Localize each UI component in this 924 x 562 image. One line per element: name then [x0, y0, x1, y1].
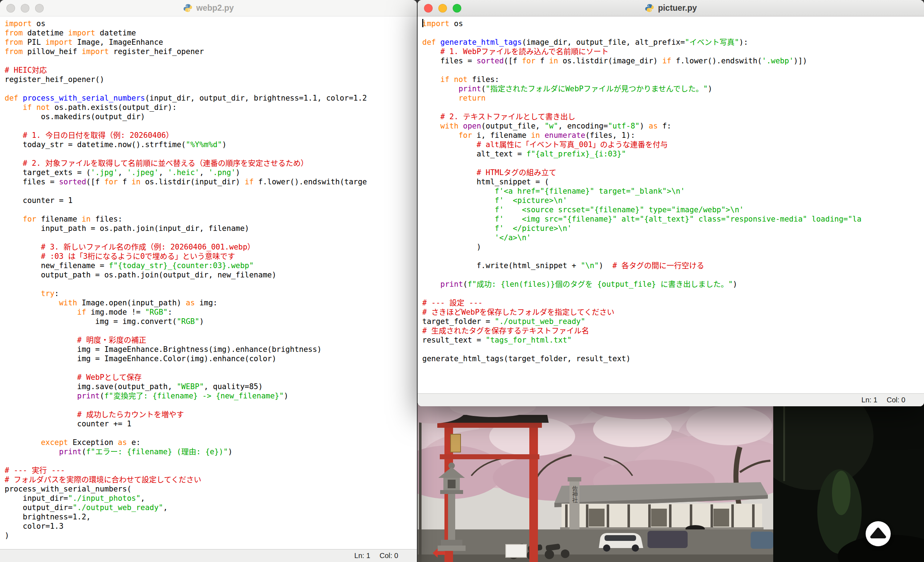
code-line [422, 66, 924, 75]
code-line: # --- 設定 --- [422, 298, 924, 307]
code-line [422, 28, 924, 37]
code-line: # フォルダパスを実際の環境に合わせて設定してください [4, 475, 417, 484]
code-line: # 2. テキストファイルとして書き出し [422, 112, 924, 121]
code-line: if not files: [422, 75, 924, 84]
code-line: try: [4, 289, 417, 298]
code-line: brightness=1.2, [4, 512, 417, 522]
code-line: files = sorted([f for f in os.listdir(in… [4, 177, 417, 186]
minimize-button[interactable] [21, 4, 29, 12]
utility-pole [419, 418, 422, 562]
gate-plaque [450, 434, 460, 452]
column-indicator: Col: 0 [380, 552, 398, 560]
code-line: html_snippet = ( [422, 177, 924, 186]
minimize-button[interactable] [438, 4, 447, 12]
code-line: # 生成されたタグを保存するテキストファイル名 [422, 326, 924, 336]
code-line: output_path = os.path.join(output_dir, n… [4, 270, 417, 280]
code-line: f'<a href="{filename}" target="_blank">\… [422, 186, 924, 196]
code-line: def generate_html_tags(image_dir, output… [422, 37, 924, 47]
code-line [4, 84, 417, 93]
dark-scene [773, 404, 924, 562]
code-line: print(f"成功: {len(files)}個のタグを {output_fi… [422, 280, 924, 289]
red-back-arrow-icon[interactable] [432, 548, 446, 558]
code-line: if img.mode != "RGB": [4, 307, 417, 317]
close-button[interactable] [6, 4, 15, 12]
stone-pillar: 佐神社 [568, 477, 581, 532]
line-indicator: Ln: 1 [861, 396, 877, 404]
code-line: def process_with_serial_numbers(input_di… [4, 93, 417, 103]
code-line: f.write(html_snippet + "\n") # 各タグの間に一行空… [422, 261, 924, 270]
code-line [4, 149, 417, 159]
code-line: target_exts = ('.jpg', '.jpeg', '.heic',… [4, 168, 417, 177]
code-line: img = ImageEnhance.Color(img).enhance(co… [4, 354, 417, 363]
code-line: img = ImageEnhance.Brightness(img).enhan… [4, 345, 417, 354]
window-webp2: webp2.py import osfrom datetime import d… [0, 0, 417, 562]
code-line: # alt属性に「イベント写真_001」のような連番を付与 [422, 140, 924, 149]
zoom-button[interactable] [453, 4, 461, 12]
titlebar-webp2[interactable]: webp2.py [0, 0, 417, 16]
cherry-blossom-photo: 佐神社 [418, 404, 773, 562]
python-file-icon [183, 3, 193, 13]
code-line: # HEIC対応 [4, 66, 417, 75]
code-line: target_folder = "./output_web_ready" [422, 317, 924, 326]
traffic-lights [6, 0, 44, 16]
code-line: f' <picture>\n' [422, 196, 924, 205]
code-line [422, 345, 924, 354]
code-line: # 1. 今日の日付を取得（例: 20260406） [4, 130, 417, 140]
shrine-building [554, 482, 768, 532]
code-line: input_dir="./input_photos", [4, 494, 417, 503]
code-line: process_with_serial_numbers( [4, 484, 417, 494]
code-line [422, 270, 924, 280]
code-line: counter += 1 [4, 419, 417, 429]
dark-photo [773, 404, 924, 562]
code-line: # 明度・彩度の補正 [4, 336, 417, 345]
code-line: '</a>\n' [422, 233, 924, 242]
code-line: except Exception as e: [4, 438, 417, 447]
code-line: generate_html_tags(target_folder, result… [422, 354, 924, 363]
code-line: if not os.path.exists(output_dir): [4, 103, 417, 112]
code-editor-pictuer[interactable]: import osdef generate_html_tags(image_di… [418, 17, 924, 393]
column-indicator: Col: 0 [887, 396, 905, 404]
scroll-to-top-button[interactable] [866, 521, 891, 546]
zoom-button[interactable] [35, 4, 44, 12]
titlebar-pictuer[interactable]: pictuer.py [418, 0, 924, 16]
code-line: f' </picture>\n' [422, 224, 924, 233]
code-line: from datetime import datetime [4, 28, 417, 37]
statusbar-pictuer: Ln: 1 Col: 0 [418, 393, 924, 406]
statusbar-webp2: Ln: 1 Col: 0 [0, 549, 417, 562]
code-line [4, 456, 417, 466]
code-line [422, 159, 924, 168]
code-line [4, 56, 417, 66]
background-photos: 佐神社 [418, 404, 924, 562]
code-line: ) [4, 531, 417, 540]
code-line [4, 400, 417, 410]
code-editor-webp2[interactable]: import osfrom datetime import datetimefr… [0, 17, 417, 549]
code-line: img.save(output_path, "WEBP", quality=85… [4, 382, 417, 391]
code-line: files = sorted([f for f in os.listdir(im… [422, 56, 924, 66]
code-line: # :03 は「3桁になるように0で埋める」という意味です [4, 252, 417, 261]
code-line [4, 326, 417, 336]
code-line: print("指定されたフォルダにWebPファイルが見つかりませんでした。") [422, 84, 924, 93]
code-line: f' <img src="{filename}" alt="{alt_text}… [422, 214, 924, 224]
code-line [422, 289, 924, 298]
code-line: for i, filename in enumerate(files, 1): [422, 130, 924, 140]
code-line [4, 233, 417, 242]
code-line [4, 363, 417, 373]
code-line: output_dir="./output_web_ready", [4, 503, 417, 512]
code-line: # 3. 新しいファイル名の作成（例: 20260406_001.webp） [4, 242, 417, 252]
code-line: import os [422, 19, 924, 28]
code-line: f' <source srcset="{filename}" type="ima… [422, 205, 924, 214]
code-line: register_heif_opener() [4, 75, 417, 84]
line-indicator: Ln: 1 [354, 552, 370, 560]
window-title: webp2.py [183, 3, 234, 13]
code-line: # さきほどWebPを保存したフォルダを指定してください [422, 307, 924, 317]
pillar-text: 佐神社 [571, 486, 578, 503]
close-button[interactable] [424, 4, 433, 12]
code-line: ) [422, 242, 924, 252]
code-line: result_text = "tags_for_html.txt" [422, 336, 924, 345]
code-line: import os [4, 19, 417, 28]
code-line: alt_text = f"{alt_prefix}_{i:03}" [422, 149, 924, 159]
code-line: from PIL import Image, ImageEnhance [4, 37, 417, 47]
code-line: # 2. 対象ファイルを取得して名前順に並べ替える（連番の順序を安定させるため） [4, 159, 417, 168]
code-line: # 1. WebPファイルを読み込んで名前順にソート [422, 47, 924, 56]
code-line [422, 252, 924, 261]
